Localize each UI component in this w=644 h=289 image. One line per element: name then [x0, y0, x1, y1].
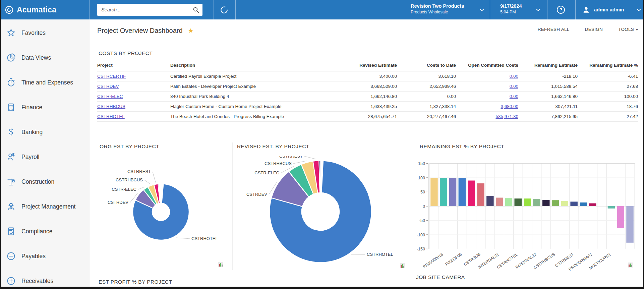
- bar[interactable]: [542, 200, 550, 206]
- donut-slice-small[interactable]: [320, 161, 321, 193]
- description-cell: Palm Estates - Developer Project Example: [170, 81, 337, 92]
- bar[interactable]: [515, 198, 522, 206]
- column-header[interactable]: Costs to Date: [397, 60, 456, 71]
- bar[interactable]: [608, 206, 615, 209]
- donut-label: CSTR-ELEC: [254, 170, 279, 175]
- costs_to_date-cell: 20,277,467.46: [397, 112, 456, 122]
- sidebar-item-payroll[interactable]: Payroll: [0, 149, 90, 165]
- sidebar-nav: FavoritesData ViewsTime and ExpensesFina…: [0, 19, 90, 287]
- sidebar-item-finance[interactable]: Finance: [0, 99, 90, 115]
- bar[interactable]: [589, 204, 596, 207]
- project-link[interactable]: CSTRHBCUS: [97, 104, 125, 109]
- donut-label: CSTRHBCUS: [265, 161, 292, 166]
- bar[interactable]: [486, 196, 494, 206]
- sidebar-item-compliance[interactable]: Compliance: [0, 223, 90, 239]
- column-header[interactable]: Open Committed Costs: [456, 60, 518, 71]
- brand-name: Acumatica: [17, 5, 56, 14]
- stopwatch-icon: [6, 77, 16, 88]
- chevron-down-icon[interactable]: [636, 8, 641, 11]
- bar[interactable]: [561, 201, 569, 206]
- project-link[interactable]: CSTRDEV: [97, 84, 119, 89]
- costs_to_date-cell: 0.00: [397, 92, 456, 102]
- costs_to_date-cell: 2,652,939.46: [397, 81, 456, 92]
- window-edge: [0, 287, 644, 289]
- sidebar-item-data-views[interactable]: Data Views: [0, 50, 90, 66]
- star-icon: [6, 28, 16, 38]
- user-menu[interactable]: admin admin: [582, 0, 624, 19]
- sidebar-item-payables[interactable]: Payables: [0, 248, 90, 264]
- acumatica-logo[interactable]: Acumatica: [5, 0, 56, 19]
- time-tracking-icon[interactable]: [218, 4, 230, 16]
- open-committed-costs-link[interactable]: 0.00: [510, 84, 518, 89]
- donut-label: CSTRHOTEL: [191, 236, 218, 241]
- sidebar-item-favorites[interactable]: Favorites: [0, 25, 90, 41]
- chart-type-icon[interactable]: [218, 262, 223, 269]
- bar[interactable]: [533, 199, 540, 206]
- sidebar-item-banking[interactable]: Banking: [0, 124, 90, 140]
- revised_estimate-cell: 3,668,529.00: [337, 81, 397, 92]
- bar[interactable]: [477, 183, 484, 206]
- refresh-all-button[interactable]: REFRESH ALL: [538, 27, 570, 32]
- revised_estimate-cell: 28,675,654.71: [337, 112, 397, 122]
- design-button[interactable]: DESIGN: [585, 27, 603, 32]
- est-profit-widget-title: EST PROFIT % BY PROJECT: [99, 279, 172, 285]
- company-branch: Products Wholesale: [411, 10, 464, 14]
- description-cell: 840 Industrial Park Building 4: [170, 92, 337, 102]
- search-icon[interactable]: [192, 6, 199, 13]
- org-est-donut-chart: CSTRRESTCSTRHBCUSCSTR-ELECCSTRDEVCSTRHOT…: [97, 150, 231, 271]
- remaining_estimate_pct-cell: 18.76: [578, 102, 638, 112]
- column-header[interactable]: Remaining Estimate: [518, 60, 578, 71]
- bar[interactable]: [440, 178, 447, 206]
- project-link-cell: CSTRDEV: [97, 81, 170, 92]
- bar[interactable]: [430, 178, 438, 206]
- bar[interactable]: [617, 206, 625, 228]
- bar[interactable]: [580, 203, 587, 206]
- search-input[interactable]: [97, 7, 192, 12]
- help-icon[interactable]: ?: [557, 6, 565, 14]
- bar[interactable]: [459, 178, 466, 206]
- favorite-star-icon[interactable]: ★: [188, 27, 194, 34]
- bar[interactable]: [449, 178, 457, 206]
- chevron-down-icon[interactable]: [536, 8, 541, 11]
- sidebar-item-construction[interactable]: Construction: [0, 174, 90, 190]
- table-row: CSTRHOTELThe Beach Hotel and Condos - Pr…: [97, 112, 638, 122]
- sidebar-item-project-management[interactable]: Project Management: [0, 198, 90, 215]
- column-header[interactable]: Remaining Estimate %: [578, 60, 638, 71]
- project-link[interactable]: CSTR-ELEC: [97, 94, 123, 99]
- column-header[interactable]: Revised Estimate: [337, 60, 397, 71]
- org-est-chart-title: ORG EST BY PROJECT: [100, 143, 159, 150]
- open-committed-costs-link[interactable]: 0.00: [510, 94, 518, 99]
- sidebar-item-time-and-expenses[interactable]: Time and Expenses: [0, 74, 90, 91]
- bar[interactable]: [524, 198, 531, 206]
- chart-type-icon[interactable]: [400, 263, 405, 270]
- project-link[interactable]: CSTRHOTEL: [97, 114, 125, 119]
- column-header[interactable]: Project: [97, 60, 170, 71]
- bar[interactable]: [626, 206, 634, 243]
- chart-type-icon[interactable]: [628, 262, 633, 269]
- sidebar-item-label: Receivables: [21, 278, 53, 285]
- company-selector[interactable]: Revision Two Products Products Wholesale: [411, 3, 464, 14]
- revised-est-donut-chart: CSTRRESTCSTRHBCUSCSTR-ELECCSTRDEVCSTRHOT…: [235, 148, 416, 289]
- remaining_estimate_pct-cell: -6.41: [578, 71, 638, 81]
- bar[interactable]: [570, 201, 578, 206]
- bar[interactable]: [496, 198, 503, 207]
- bar[interactable]: [552, 200, 559, 206]
- minus-circle-icon: [6, 251, 16, 261]
- column-header[interactable]: Description: [170, 60, 337, 71]
- open-committed-costs-cell: 3,680.00: [456, 102, 518, 112]
- y-tick-label: -150: [417, 247, 425, 251]
- bar[interactable]: [505, 198, 513, 206]
- revised_estimate-cell: 3,400.00: [337, 71, 397, 81]
- tools-button[interactable]: TOOLS▾: [618, 27, 638, 32]
- remaining_estimate_pct-cell: 27.68: [578, 81, 638, 92]
- project-link[interactable]: CSTRCERTIF: [97, 74, 126, 79]
- business-date-selector[interactable]: 9/17/2024 5:04 PM: [500, 3, 522, 14]
- worker-icon: [6, 201, 16, 212]
- open-committed-costs-link[interactable]: 535,971.30: [495, 114, 518, 119]
- open-committed-costs-link[interactable]: 0.00: [510, 74, 518, 79]
- open-committed-costs-link[interactable]: 3,680.00: [501, 104, 518, 109]
- donut-label: CSTRHOTEL: [367, 252, 393, 257]
- bar[interactable]: [468, 181, 475, 207]
- chevron-down-icon[interactable]: [479, 8, 484, 11]
- open-committed-costs-cell: 0.00: [456, 71, 518, 81]
